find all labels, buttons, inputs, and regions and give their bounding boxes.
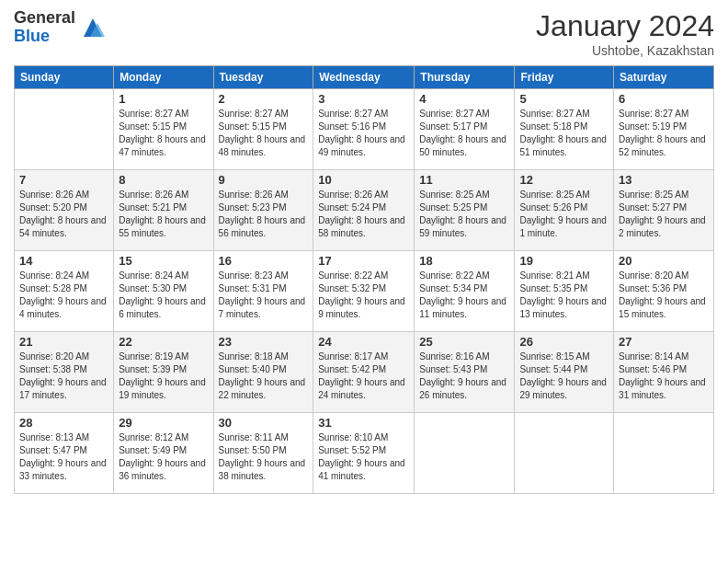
- day-info: Sunrise: 8:12 AMSunset: 5:49 PMDaylight:…: [119, 431, 208, 483]
- day-cell: 30Sunrise: 8:11 AMSunset: 5:50 PMDayligh…: [213, 413, 313, 494]
- month-title: January 2024: [536, 9, 714, 43]
- col-friday: Friday: [515, 66, 614, 89]
- day-info: Sunrise: 8:17 AMSunset: 5:42 PMDaylight:…: [318, 350, 409, 402]
- day-number: 29: [119, 416, 208, 430]
- day-cell: 7Sunrise: 8:26 AMSunset: 5:20 PMDaylight…: [15, 170, 114, 251]
- day-info: Sunrise: 8:27 AMSunset: 5:15 PMDaylight:…: [119, 108, 208, 159]
- day-info: Sunrise: 8:26 AMSunset: 5:20 PMDaylight:…: [19, 189, 108, 240]
- day-number: 27: [619, 335, 709, 349]
- day-number: 26: [519, 335, 609, 349]
- day-info: Sunrise: 8:22 AMSunset: 5:32 PMDaylight:…: [318, 270, 409, 321]
- day-info: Sunrise: 8:27 AMSunset: 5:18 PMDaylight:…: [519, 108, 609, 159]
- day-cell: 24Sunrise: 8:17 AMSunset: 5:42 PMDayligh…: [313, 332, 415, 413]
- day-number: 6: [619, 92, 709, 106]
- day-cell: 1Sunrise: 8:27 AMSunset: 5:15 PMDaylight…: [114, 89, 213, 170]
- day-number: 23: [219, 335, 309, 349]
- day-cell: 22Sunrise: 8:19 AMSunset: 5:39 PMDayligh…: [114, 332, 213, 413]
- day-info: Sunrise: 8:24 AMSunset: 5:30 PMDaylight:…: [119, 270, 208, 321]
- header: General Blue January 2024 Ushtobe, Kazak…: [14, 9, 714, 58]
- day-cell: 26Sunrise: 8:15 AMSunset: 5:44 PMDayligh…: [515, 332, 614, 413]
- day-number: 25: [419, 335, 509, 349]
- day-cell: 14Sunrise: 8:24 AMSunset: 5:28 PMDayligh…: [15, 251, 114, 332]
- week-row-2: 14Sunrise: 8:24 AMSunset: 5:28 PMDayligh…: [15, 251, 714, 332]
- logo-text: General Blue: [14, 9, 75, 46]
- day-info: Sunrise: 8:25 AMSunset: 5:26 PMDaylight:…: [519, 189, 609, 240]
- day-info: Sunrise: 8:27 AMSunset: 5:15 PMDaylight:…: [219, 108, 309, 159]
- col-monday: Monday: [114, 66, 213, 89]
- day-info: Sunrise: 8:18 AMSunset: 5:40 PMDaylight:…: [219, 350, 309, 402]
- day-number: 16: [219, 254, 309, 268]
- day-number: 19: [519, 254, 609, 268]
- calendar: Sunday Monday Tuesday Wednesday Thursday…: [14, 65, 714, 494]
- day-cell: 19Sunrise: 8:21 AMSunset: 5:35 PMDayligh…: [515, 251, 614, 332]
- day-cell: 9Sunrise: 8:26 AMSunset: 5:23 PMDaylight…: [213, 170, 313, 251]
- day-number: 14: [19, 254, 108, 268]
- day-info: Sunrise: 8:25 AMSunset: 5:25 PMDaylight:…: [419, 189, 509, 240]
- day-cell: 13Sunrise: 8:25 AMSunset: 5:27 PMDayligh…: [614, 170, 714, 251]
- day-info: Sunrise: 8:26 AMSunset: 5:24 PMDaylight:…: [318, 189, 409, 240]
- day-info: Sunrise: 8:26 AMSunset: 5:23 PMDaylight:…: [219, 189, 309, 240]
- day-cell: 15Sunrise: 8:24 AMSunset: 5:30 PMDayligh…: [114, 251, 213, 332]
- day-info: Sunrise: 8:26 AMSunset: 5:21 PMDaylight:…: [119, 189, 208, 240]
- day-number: 11: [419, 173, 509, 187]
- day-cell: [415, 413, 515, 494]
- day-number: 17: [318, 254, 409, 268]
- day-info: Sunrise: 8:25 AMSunset: 5:27 PMDaylight:…: [619, 189, 709, 240]
- calendar-header: Sunday Monday Tuesday Wednesday Thursday…: [15, 66, 714, 89]
- day-info: Sunrise: 8:20 AMSunset: 5:36 PMDaylight:…: [619, 270, 709, 321]
- day-cell: 31Sunrise: 8:10 AMSunset: 5:52 PMDayligh…: [313, 413, 415, 494]
- day-number: 9: [219, 173, 309, 187]
- day-number: 15: [119, 254, 208, 268]
- col-saturday: Saturday: [614, 66, 714, 89]
- day-cell: 8Sunrise: 8:26 AMSunset: 5:21 PMDaylight…: [114, 170, 213, 251]
- title-area: January 2024 Ushtobe, Kazakhstan: [536, 9, 714, 58]
- day-info: Sunrise: 8:16 AMSunset: 5:43 PMDaylight:…: [419, 350, 509, 402]
- day-info: Sunrise: 8:10 AMSunset: 5:52 PMDaylight:…: [318, 431, 409, 483]
- day-cell: 16Sunrise: 8:23 AMSunset: 5:31 PMDayligh…: [213, 251, 313, 332]
- day-cell: 3Sunrise: 8:27 AMSunset: 5:16 PMDaylight…: [313, 89, 415, 170]
- day-cell: 29Sunrise: 8:12 AMSunset: 5:49 PMDayligh…: [114, 413, 213, 494]
- logo-blue: Blue: [14, 28, 75, 46]
- day-cell: 11Sunrise: 8:25 AMSunset: 5:25 PMDayligh…: [415, 170, 515, 251]
- day-info: Sunrise: 8:13 AMSunset: 5:47 PMDaylight:…: [19, 431, 108, 483]
- day-info: Sunrise: 8:21 AMSunset: 5:35 PMDaylight:…: [519, 270, 609, 321]
- day-number: 18: [419, 254, 509, 268]
- week-row-1: 7Sunrise: 8:26 AMSunset: 5:20 PMDaylight…: [15, 170, 714, 251]
- day-number: 2: [219, 92, 309, 106]
- day-number: 20: [619, 254, 709, 268]
- day-info: Sunrise: 8:20 AMSunset: 5:38 PMDaylight:…: [19, 350, 108, 402]
- col-thursday: Thursday: [415, 66, 515, 89]
- day-info: Sunrise: 8:27 AMSunset: 5:16 PMDaylight:…: [318, 108, 409, 159]
- day-number: 30: [219, 416, 309, 430]
- day-number: 8: [119, 173, 208, 187]
- day-cell: 2Sunrise: 8:27 AMSunset: 5:15 PMDaylight…: [213, 89, 313, 170]
- day-info: Sunrise: 8:14 AMSunset: 5:46 PMDaylight:…: [619, 350, 709, 402]
- day-cell: 5Sunrise: 8:27 AMSunset: 5:18 PMDaylight…: [515, 89, 614, 170]
- day-number: 7: [19, 173, 108, 187]
- day-info: Sunrise: 8:11 AMSunset: 5:50 PMDaylight:…: [219, 431, 309, 483]
- logo: General Blue: [14, 9, 107, 46]
- day-cell: 27Sunrise: 8:14 AMSunset: 5:46 PMDayligh…: [614, 332, 714, 413]
- day-cell: 4Sunrise: 8:27 AMSunset: 5:17 PMDaylight…: [415, 89, 515, 170]
- logo-general: General: [14, 9, 75, 28]
- day-number: 12: [519, 173, 609, 187]
- day-cell: 23Sunrise: 8:18 AMSunset: 5:40 PMDayligh…: [213, 332, 313, 413]
- location: Ushtobe, Kazakhstan: [536, 43, 714, 58]
- day-info: Sunrise: 8:27 AMSunset: 5:17 PMDaylight:…: [419, 108, 509, 159]
- day-cell: 12Sunrise: 8:25 AMSunset: 5:26 PMDayligh…: [515, 170, 614, 251]
- col-tuesday: Tuesday: [213, 66, 313, 89]
- day-number: 4: [419, 92, 509, 106]
- day-cell: 17Sunrise: 8:22 AMSunset: 5:32 PMDayligh…: [313, 251, 415, 332]
- day-number: 21: [19, 335, 108, 349]
- day-cell: 6Sunrise: 8:27 AMSunset: 5:19 PMDaylight…: [614, 89, 714, 170]
- day-number: 10: [318, 173, 409, 187]
- day-number: 31: [318, 416, 409, 430]
- day-cell: [15, 89, 114, 170]
- day-info: Sunrise: 8:19 AMSunset: 5:39 PMDaylight:…: [119, 350, 208, 402]
- day-cell: 25Sunrise: 8:16 AMSunset: 5:43 PMDayligh…: [415, 332, 515, 413]
- day-number: 3: [318, 92, 409, 106]
- week-row-3: 21Sunrise: 8:20 AMSunset: 5:38 PMDayligh…: [15, 332, 714, 413]
- day-number: 5: [519, 92, 609, 106]
- day-info: Sunrise: 8:27 AMSunset: 5:19 PMDaylight:…: [619, 108, 709, 159]
- calendar-body: 1Sunrise: 8:27 AMSunset: 5:15 PMDaylight…: [15, 89, 714, 494]
